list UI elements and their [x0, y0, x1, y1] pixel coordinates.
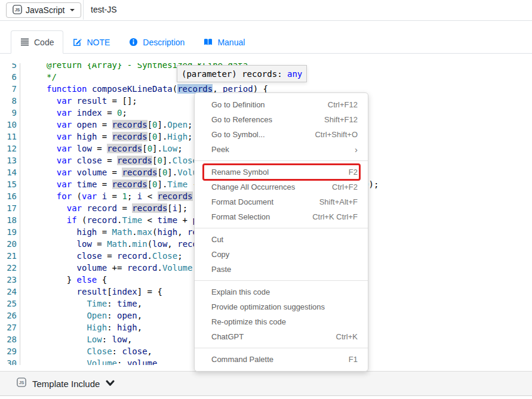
template-include-label: Template Include [32, 379, 100, 389]
language-dropdown-button[interactable]: JS JavaScript [6, 2, 81, 18]
line-number: 26 [0, 310, 17, 321]
book-icon [204, 38, 213, 47]
menu-item-label: Format Selection [211, 212, 270, 221]
tab-label: NOTE [87, 38, 110, 47]
menu-item-label: Go to Definition [211, 100, 265, 109]
menu-item-label: Go to Symbol... [211, 130, 265, 139]
line-number: 27 [0, 321, 17, 333]
topbar: JS JavaScript test-JS [0, 0, 532, 21]
menu-item-label: Provide optimization suggestions [211, 302, 325, 311]
menu-item-shortcut: Ctrl+Shift+O [315, 130, 358, 139]
line-number: 15 [0, 178, 17, 190]
menu-item-chatgpt[interactable]: ChatGPTCtrl+K [195, 329, 368, 344]
submenu-arrow-icon: › [355, 145, 358, 154]
language-label: JavaScript [26, 5, 64, 15]
tab-note[interactable]: NOTE [63, 30, 119, 54]
menu-item-go-to-definition[interactable]: Go to DefinitionCtrl+F12 [195, 97, 368, 112]
menu-item-shortcut: Shift+F12 [324, 115, 358, 124]
menu-item-label: Command Palette [211, 355, 273, 364]
menu-item-re-optimize-this-code[interactable]: Re-optimize this code [195, 314, 368, 329]
file-name-field[interactable]: test-JS [91, 0, 117, 20]
context-menu: Go to DefinitionCtrl+F12Go to References… [194, 92, 368, 372]
line-number: 7 [0, 83, 17, 95]
line-number: 28 [0, 333, 17, 345]
line-number: 19 [0, 226, 17, 238]
line-number: 29 [0, 345, 17, 357]
menu-item-label: Re-optimize this code [211, 317, 286, 326]
line-number: 13 [0, 154, 17, 166]
menu-item-explain-this-code[interactable]: Explain this code [195, 284, 368, 299]
tooltip-type: any [287, 69, 302, 79]
menu-item-paste[interactable]: Paste [195, 262, 368, 277]
tooltip-text: (parameter) records: [182, 69, 287, 79]
line-number: 22 [0, 262, 17, 274]
menu-item-label: Change All Occurrences [211, 183, 295, 191]
menu-item-label: Go to References [211, 115, 272, 124]
line-number: 21 [0, 250, 17, 262]
list-icon [20, 38, 29, 47]
line-number: 20 [0, 238, 17, 250]
line-number: 18 [0, 214, 17, 226]
line-number: 10 [0, 119, 17, 131]
code-editor-page: JS JavaScript test-JS Code NOTE Descript… [0, 0, 532, 399]
menu-item-cut[interactable]: Cut [195, 232, 368, 247]
menu-item-shortcut: Shift+Alt+F [319, 197, 358, 206]
menu-item-label: Peek [211, 145, 229, 154]
svg-text:JS: JS [19, 381, 24, 385]
edit-icon [73, 38, 82, 47]
menu-item-label: Explain this code [211, 287, 270, 296]
javascript-icon: JS [13, 5, 22, 16]
chevron-down-icon[interactable] [106, 378, 115, 389]
menu-item-provide-optimization-suggestions[interactable]: Provide optimization suggestions [195, 299, 368, 314]
menu-item-command-palette[interactable]: Command PaletteF1 [195, 352, 368, 367]
tab-bar: Code NOTE Description Manual [0, 30, 532, 54]
menu-item-shortcut: Ctrl+K Ctrl+F [312, 212, 358, 221]
menu-item-format-document[interactable]: Format DocumentShift+Alt+F [195, 194, 368, 209]
line-number: 16 [0, 190, 17, 202]
menu-item-rename-symbol[interactable]: Rename SymbolF2 [195, 165, 368, 180]
line-number: 6 [0, 71, 17, 83]
javascript-icon: JS [17, 378, 26, 389]
menu-item-peek[interactable]: Peek› [195, 142, 368, 157]
menu-item-label: ChatGPT [211, 332, 244, 341]
line-number: 5 [0, 63, 17, 71]
line-number: 12 [0, 143, 17, 154]
caret-down-icon [70, 9, 75, 11]
svg-text:JS: JS [15, 8, 20, 13]
menu-item-shortcut: Ctrl+K [336, 332, 358, 341]
menu-item-shortcut: Ctrl+F2 [332, 183, 358, 191]
tab-manual[interactable]: Manual [194, 30, 254, 54]
menu-item-shortcut: F1 [349, 355, 358, 364]
menu-item-label: Format Document [211, 197, 273, 206]
line-number: 11 [0, 131, 17, 143]
parameter-hover-tooltip: (parameter) records: any [177, 65, 307, 82]
menu-separator [195, 348, 368, 348]
line-number: 23 [0, 274, 17, 286]
menu-item-shortcut: Ctrl+F12 [328, 100, 358, 109]
menu-item-change-all-occurrences[interactable]: Change All OccurrencesCtrl+F2 [195, 180, 368, 194]
tab-label: Description [143, 38, 184, 47]
line-number: 14 [0, 166, 17, 178]
tab-code[interactable]: Code [11, 30, 63, 54]
tab-description[interactable]: Description [119, 30, 194, 54]
tab-label: Manual [217, 38, 245, 47]
menu-item-label: Copy [211, 250, 229, 259]
info-icon [129, 38, 138, 47]
line-number: 9 [0, 107, 17, 119]
tab-label: Code [34, 38, 54, 47]
menu-item-label: Rename Symbol [211, 168, 269, 177]
line-number: 25 [0, 298, 17, 310]
menu-item-go-to-references[interactable]: Go to ReferencesShift+F12 [195, 112, 368, 127]
menu-item-format-selection[interactable]: Format SelectionCtrl+K Ctrl+F [195, 209, 368, 224]
template-include-header[interactable]: JS Template Include [0, 371, 532, 396]
menu-item-label: Paste [211, 265, 231, 274]
menu-item-go-to-symbol[interactable]: Go to Symbol...Ctrl+Shift+O [195, 127, 368, 142]
line-number: 8 [0, 95, 17, 107]
menu-item-copy[interactable]: Copy [195, 247, 368, 262]
menu-item-shortcut: F2 [349, 168, 358, 177]
menu-item-label: Cut [211, 235, 223, 244]
menu-separator [195, 228, 368, 228]
topbar-divider [83, 0, 84, 20]
line-number: 30 [0, 357, 17, 365]
line-number: 17 [0, 202, 17, 214]
